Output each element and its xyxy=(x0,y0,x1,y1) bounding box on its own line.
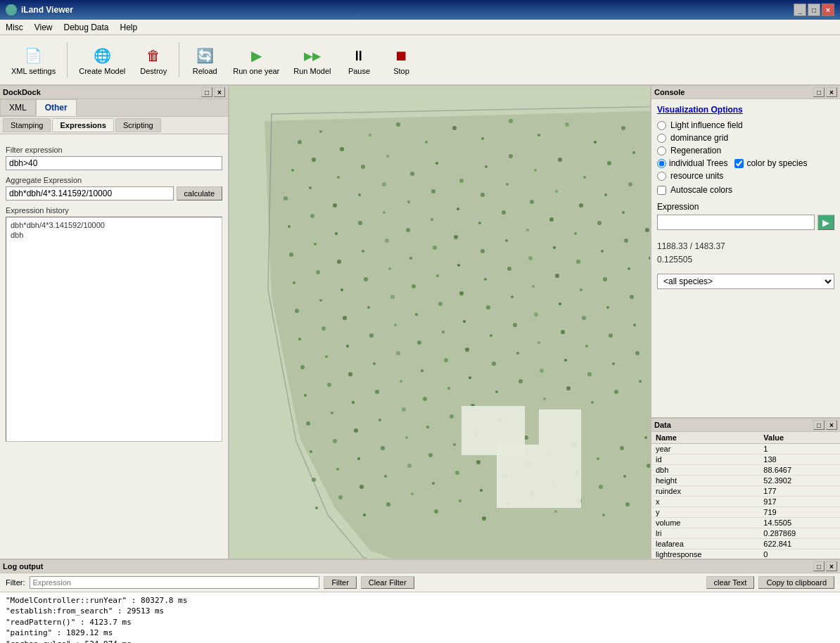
console-close-icon[interactable]: × xyxy=(826,87,837,97)
clear-text-button[interactable]: clear Text xyxy=(706,576,755,589)
create-model-button[interactable]: 🌐 Create Model xyxy=(73,42,131,78)
svg-point-49 xyxy=(457,208,459,210)
run-one-year-icon: ▶ xyxy=(245,44,267,67)
tab-xml[interactable]: XML xyxy=(0,99,36,116)
svg-point-88 xyxy=(362,250,364,253)
history-item-1[interactable]: dbh xyxy=(9,230,219,240)
radio-resource-units-input[interactable] xyxy=(657,172,666,181)
svg-point-205 xyxy=(566,386,571,390)
main-layout: DockDock □ × XML Other Stamping Expressi… xyxy=(0,86,840,559)
color-by-species-checkbox[interactable] xyxy=(734,159,744,168)
history-item-0[interactable]: dbh*dbh/4*3.141592/10000 xyxy=(9,220,219,230)
svg-point-42 xyxy=(284,196,288,200)
svg-point-132 xyxy=(367,306,370,309)
svg-point-90 xyxy=(409,257,412,260)
svg-point-176 xyxy=(373,362,376,365)
sub-tab-scripting[interactable]: Scripting xyxy=(115,118,161,132)
svg-point-198 xyxy=(400,380,402,383)
menu-misc[interactable]: Misc xyxy=(0,21,29,34)
svg-point-129 xyxy=(295,309,299,313)
svg-point-233 xyxy=(405,436,408,439)
svg-point-202 xyxy=(495,390,498,393)
sub-tab-expressions[interactable]: Expressions xyxy=(52,118,113,132)
map-area[interactable] xyxy=(229,86,650,559)
reload-button[interactable]: 🔄 Reload xyxy=(185,42,224,78)
console-header-icons: □ × xyxy=(813,87,837,97)
destroy-button[interactable]: 🗑 Destroy xyxy=(134,42,173,78)
log-float-icon[interactable]: □ xyxy=(813,561,825,571)
radio-regeneration-input[interactable] xyxy=(657,146,666,155)
menu-help[interactable]: Help xyxy=(115,21,144,34)
species-dropdown[interactable]: <all species> xyxy=(657,274,834,289)
svg-point-45 xyxy=(358,193,361,196)
panel-close-icon[interactable]: × xyxy=(214,87,225,97)
svg-point-109 xyxy=(341,288,343,291)
filter-expression-input[interactable] xyxy=(6,156,222,170)
menu-debug-data[interactable]: Debug Data xyxy=(58,21,114,34)
radio-dominance-grid-input[interactable] xyxy=(657,134,666,143)
autoscale-checkbox[interactable] xyxy=(657,186,666,195)
radio-individual-trees-input[interactable] xyxy=(657,159,666,168)
data-close-icon[interactable]: × xyxy=(826,420,837,430)
title-bar: iLand Viewer _ □ × xyxy=(0,0,840,20)
row-name: y xyxy=(651,507,759,518)
menu-view[interactable]: View xyxy=(29,21,58,34)
expression-input[interactable] xyxy=(657,215,815,230)
data-table-body: year1id138dbh88.6467height52.3902ruindex… xyxy=(651,444,840,559)
svg-point-139 xyxy=(534,312,538,317)
svg-point-65 xyxy=(335,232,338,235)
svg-point-119 xyxy=(580,288,583,291)
aggregate-expression-input[interactable] xyxy=(6,186,174,200)
run-expression-button[interactable]: ▶ xyxy=(817,215,834,230)
console-float-icon[interactable]: □ xyxy=(813,87,825,97)
menu-bar: Misc View Debug Data Help xyxy=(0,20,840,35)
expression-history-box: dbh*dbh/4*3.141592/10000 dbh xyxy=(6,217,222,442)
svg-point-54 xyxy=(579,203,583,208)
svg-point-206 xyxy=(591,401,594,404)
table-row: ruindex177 xyxy=(651,486,840,497)
svg-point-25 xyxy=(386,155,389,158)
row-value: 177 xyxy=(759,486,840,497)
maximize-button[interactable]: □ xyxy=(808,4,820,16)
svg-point-12 xyxy=(565,122,569,127)
xml-settings-button[interactable]: 📄 XML settings xyxy=(6,42,61,78)
minimize-button[interactable]: _ xyxy=(794,4,806,16)
data-panel-header: Data □ × xyxy=(651,419,840,432)
stop-button[interactable]: ⏹ Stop xyxy=(381,42,421,78)
log-close-icon[interactable]: × xyxy=(826,561,837,571)
close-button[interactable]: × xyxy=(822,4,834,16)
tab-other[interactable]: Other xyxy=(36,99,77,116)
toolbar-separator-1 xyxy=(67,42,68,77)
row-name: id xyxy=(651,454,759,465)
pause-button[interactable]: ⏸ Pause xyxy=(339,42,378,78)
svg-point-76 xyxy=(597,221,602,225)
panel-float-icon[interactable]: □ xyxy=(201,87,212,97)
svg-point-207 xyxy=(614,390,618,394)
calculate-button[interactable]: calculate xyxy=(177,186,222,200)
run-model-icon: ▶▶ xyxy=(301,44,324,67)
left-panel: DockDock □ × XML Other Stamping Expressi… xyxy=(0,86,229,559)
clear-filter-button[interactable]: Clear Filter xyxy=(361,576,414,589)
log-header-icons: □ × xyxy=(813,561,837,571)
sub-tab-stamping[interactable]: Stamping xyxy=(3,118,51,132)
run-model-button[interactable]: ▶▶ Run Model xyxy=(288,42,336,78)
filter-input[interactable] xyxy=(30,576,320,589)
svg-point-120 xyxy=(603,277,607,281)
expression-history-label: Expression history xyxy=(6,206,222,215)
copy-clipboard-button[interactable]: Copy to clipboard xyxy=(758,576,834,589)
visualization-options-title[interactable]: Visualization Options xyxy=(657,105,834,115)
row-name: ruindex xyxy=(651,486,759,497)
svg-point-53 xyxy=(555,190,558,193)
svg-point-94 xyxy=(505,239,508,242)
svg-point-174 xyxy=(325,355,328,358)
svg-point-29 xyxy=(485,165,488,168)
svg-point-262 xyxy=(623,475,626,478)
svg-point-114 xyxy=(459,291,464,295)
svg-point-68 xyxy=(406,228,410,232)
row-value: 14.5505 xyxy=(759,518,840,528)
radio-light-influence-input[interactable] xyxy=(657,121,666,130)
run-one-year-button[interactable]: ▶ Run one year xyxy=(227,42,285,78)
data-float-icon[interactable]: □ xyxy=(813,420,825,430)
svg-point-143 xyxy=(630,295,634,299)
filter-button[interactable]: Filter xyxy=(324,576,356,589)
